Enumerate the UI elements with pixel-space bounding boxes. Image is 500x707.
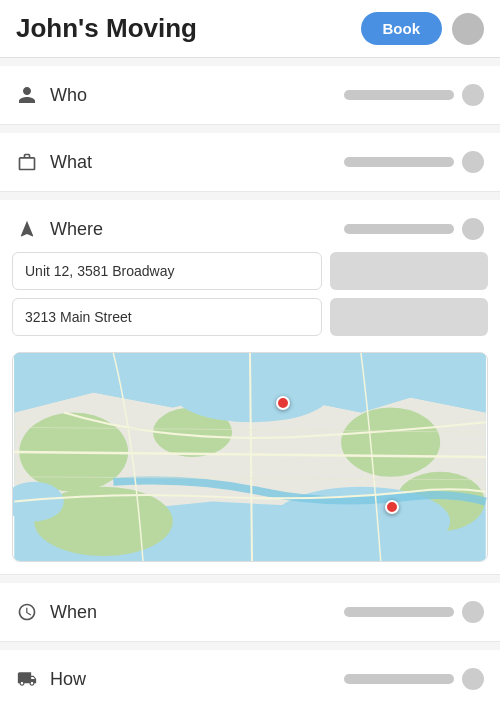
- address-fields: [0, 252, 500, 346]
- how-section[interactable]: How: [0, 650, 500, 707]
- what-section-left: What: [16, 151, 92, 173]
- avatar[interactable]: [452, 13, 484, 45]
- where-toggle[interactable]: [462, 218, 484, 240]
- truck-icon: [16, 668, 38, 690]
- app-header: John's Moving Book: [0, 0, 500, 58]
- how-label: How: [50, 669, 86, 690]
- what-toggle[interactable]: [462, 151, 484, 173]
- map-svg: [13, 353, 487, 561]
- from-address-row: [12, 252, 488, 290]
- to-address-input[interactable]: [12, 298, 322, 336]
- to-address-row: [12, 298, 488, 336]
- person-icon: [16, 84, 38, 106]
- where-header[interactable]: Where: [0, 200, 500, 252]
- what-section[interactable]: What: [0, 133, 500, 192]
- when-toggle[interactable]: [462, 601, 484, 623]
- who-label: Who: [50, 85, 87, 106]
- svg-point-5: [341, 407, 440, 476]
- who-section-left: Who: [16, 84, 87, 106]
- what-label: What: [50, 152, 92, 173]
- when-section-left: When: [16, 601, 97, 623]
- when-section[interactable]: When: [0, 583, 500, 642]
- map-pin-1: [276, 396, 290, 410]
- header-actions: Book: [361, 12, 485, 45]
- navigation-icon: [16, 218, 38, 240]
- when-label: When: [50, 602, 97, 623]
- what-bar: [344, 157, 454, 167]
- app-title: John's Moving: [16, 13, 197, 44]
- how-toggle[interactable]: [462, 668, 484, 690]
- how-bar: [344, 674, 454, 684]
- from-address-input[interactable]: [12, 252, 322, 290]
- map-container[interactable]: [12, 352, 488, 562]
- when-bar: [344, 607, 454, 617]
- svg-point-8: [173, 363, 331, 422]
- box-icon: [16, 151, 38, 173]
- clock-icon: [16, 601, 38, 623]
- where-section-left: Where: [16, 218, 103, 240]
- where-section: Where: [0, 200, 500, 575]
- who-section[interactable]: Who: [0, 66, 500, 125]
- from-address-extra: [330, 252, 488, 290]
- where-bar: [344, 224, 454, 234]
- who-toggle[interactable]: [462, 84, 484, 106]
- map-pin-2: [385, 500, 399, 514]
- how-section-left: How: [16, 668, 86, 690]
- to-address-extra: [330, 298, 488, 336]
- who-bar: [344, 90, 454, 100]
- where-label: Where: [50, 219, 103, 240]
- book-button[interactable]: Book: [361, 12, 443, 45]
